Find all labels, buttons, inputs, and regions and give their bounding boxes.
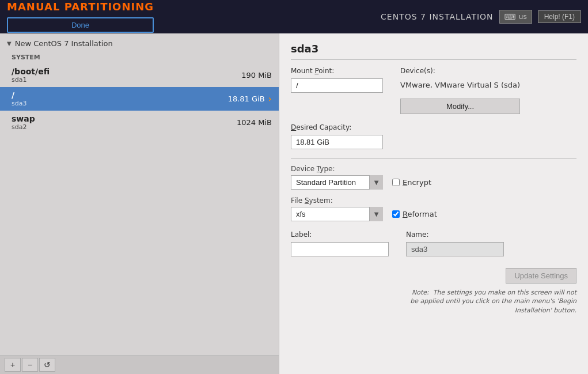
update-settings-button[interactable]: Update Settings	[506, 268, 576, 284]
encrypt-checkbox[interactable]	[392, 179, 400, 186]
device-type-select-wrapper: Standard Partition LVM LVM Thin Provisio…	[291, 175, 383, 190]
capacity-row: Desired Capacity:	[291, 123, 576, 149]
keyboard-lang: us	[519, 13, 527, 21]
partition-item-root[interactable]: / sda3 18.81 GiB ›	[0, 87, 279, 111]
partition-device: sda3	[12, 100, 26, 107]
capacity-input[interactable]	[291, 135, 383, 149]
header-right: CENTOS 7 INSTALLATION ⌨ us Help! (F1)	[381, 10, 581, 24]
name-input[interactable]	[406, 242, 504, 256]
label-name-row: Label: Name:	[291, 231, 576, 256]
installation-header: ▼ New CentOS 7 Installation	[0, 33, 279, 51]
device-type-select[interactable]: Standard Partition LVM LVM Thin Provisio…	[291, 175, 383, 190]
refresh-button[interactable]: ↺	[39, 358, 55, 372]
main-content: ▼ New CentOS 7 Installation SYSTEM /boot…	[0, 33, 588, 374]
devices-group: Device(s): VMware, VMware Virtual S (sda…	[400, 67, 520, 114]
chevron-right-icon: ›	[268, 93, 272, 104]
label-input[interactable]	[291, 242, 389, 256]
partition-right: 1024 MiB	[237, 118, 272, 127]
divider	[291, 158, 576, 159]
partition-left: /boot/efi sda1	[12, 67, 50, 84]
collapse-icon: ▼	[7, 40, 12, 47]
partition-left: swap sda2	[12, 114, 35, 131]
done-button[interactable]: Done	[7, 17, 154, 33]
partition-title: sda3	[291, 43, 576, 60]
left-panel: ▼ New CentOS 7 Installation SYSTEM /boot…	[0, 33, 279, 374]
partition-item-boot-efi[interactable]: /boot/efi sda1 190 MiB	[0, 63, 279, 87]
partition-device: sda2	[12, 123, 35, 131]
file-system-select-wrapper: xfs ext4 ext3 ext2 vfat swap ▼	[291, 207, 383, 221]
file-system-select[interactable]: xfs ext4 ext3 ext2 vfat swap	[291, 207, 383, 221]
partition-size: 190 MiB	[241, 71, 272, 80]
left-panel-footer: + − ↺	[0, 355, 279, 374]
mount-devices-row: Mount Point: Device(s): VMware, VMware V…	[291, 67, 576, 114]
encrypt-label[interactable]: Encrypt	[403, 178, 431, 187]
file-system-label: File System:	[291, 197, 576, 205]
bottom-row: Update Settings	[291, 268, 576, 284]
partition-item-swap[interactable]: swap sda2 1024 MiB	[0, 111, 279, 134]
device-type-label: Device Type:	[291, 165, 576, 173]
help-button[interactable]: Help! (F1)	[538, 10, 581, 23]
keyboard-icon: ⌨	[504, 12, 516, 21]
reformat-checkbox[interactable]	[392, 210, 400, 218]
remove-partition-button[interactable]: −	[22, 358, 38, 372]
modify-button[interactable]: Modify...	[400, 99, 520, 114]
file-system-row: xfs ext4 ext3 ext2 vfat swap ▼ Reformat	[291, 207, 576, 221]
note-text: Note: The settings you make on this scre…	[291, 288, 576, 315]
partition-name: /boot/efi	[12, 67, 50, 76]
partition-right: 190 MiB	[241, 71, 272, 80]
reformat-label[interactable]: Reformat	[403, 210, 437, 218]
partition-size: 1024 MiB	[237, 118, 272, 127]
partition-right: 18.81 GiB ›	[228, 93, 272, 104]
header: MANUAL PARTITIONING Done CENTOS 7 INSTAL…	[0, 0, 588, 33]
installation-label: New CentOS 7 Installation	[15, 39, 113, 48]
right-panel: sda3 Mount Point: Device(s): VMware, VMw…	[279, 33, 588, 374]
devices-value: VMware, VMware Virtual S (sda)	[400, 78, 520, 92]
keyboard-indicator[interactable]: ⌨ us	[499, 10, 532, 24]
label-group: Label:	[291, 231, 389, 256]
encrypt-group: Encrypt	[392, 178, 431, 187]
partition-size: 18.81 GiB	[228, 95, 265, 103]
app-title: MANUAL PARTITIONING	[7, 1, 154, 13]
mount-point-label: Mount Point:	[291, 67, 383, 75]
capacity-label: Desired Capacity:	[291, 123, 383, 131]
partition-name: /	[12, 90, 26, 100]
reformat-group: Reformat	[392, 210, 437, 218]
mount-point-group: Mount Point:	[291, 67, 383, 114]
name-label: Name:	[406, 231, 504, 239]
system-label: SYSTEM	[0, 51, 279, 63]
device-type-row: Standard Partition LVM LVM Thin Provisio…	[291, 175, 576, 190]
partition-left: / sda3	[12, 90, 26, 107]
name-group: Name:	[406, 231, 504, 256]
capacity-group: Desired Capacity:	[291, 123, 383, 149]
label-label: Label:	[291, 231, 389, 239]
devices-label: Device(s):	[400, 67, 520, 75]
partition-device: sda1	[12, 76, 50, 84]
add-partition-button[interactable]: +	[5, 358, 21, 372]
partition-name: swap	[12, 114, 35, 123]
mount-point-input[interactable]	[291, 78, 383, 93]
install-title: CENTOS 7 INSTALLATION	[381, 12, 493, 21]
